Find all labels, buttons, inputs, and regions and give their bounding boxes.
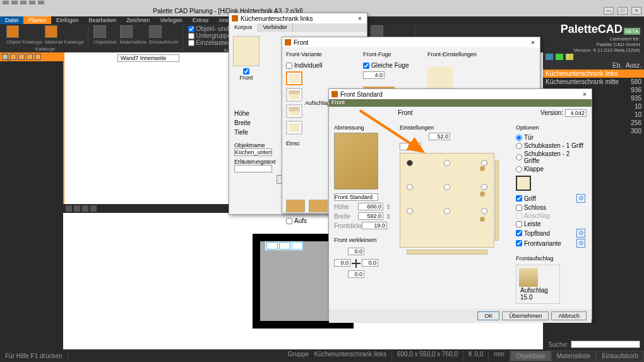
handle-pos-radio[interactable] (481, 184, 487, 190)
objekt-kataloge-icon[interactable] (6, 25, 19, 38)
minimize-button[interactable]: — (604, 7, 614, 15)
front-std-input[interactable] (334, 193, 378, 201)
maximize-button[interactable]: □ (617, 7, 628, 15)
frontdicke-input[interactable] (362, 222, 387, 229)
fv-top-input[interactable] (348, 248, 364, 255)
front-check[interactable] (243, 68, 249, 75)
tab-extras[interactable]: Extras (188, 16, 214, 24)
opt-schloss-check[interactable] (516, 205, 522, 211)
tab-einfuegen[interactable]: Einfügen (51, 16, 84, 24)
arrow-icon[interactable]: ⇕ (386, 213, 391, 220)
view-label-dropdown[interactable]: Wand7 Innenseite (117, 54, 179, 62)
front-thumbnail[interactable] (233, 36, 259, 66)
abbruch-button[interactable]: Abbruch (551, 311, 587, 320)
opt-thumbnail[interactable] (516, 176, 531, 191)
tab-materialliste[interactable]: Materialliste (551, 351, 596, 361)
bottom-thumb[interactable] (309, 200, 328, 212)
opt-tuer-radio[interactable] (516, 135, 522, 141)
breite-input[interactable] (358, 212, 383, 220)
objektliste-icon[interactable] (93, 25, 106, 38)
einzelauswahl-check[interactable] (188, 40, 194, 46)
objektname-input[interactable] (234, 148, 272, 156)
search-input[interactable] (571, 341, 640, 348)
handle-pos-radio[interactable] (481, 160, 487, 166)
variant-option[interactable] (286, 88, 302, 102)
tab-einkaufskorb[interactable]: Einkaufskorb (596, 351, 644, 361)
opt-frontvariante-check[interactable] (516, 240, 522, 246)
gear-icon[interactable]: ⚙ (576, 229, 585, 238)
qa-icon[interactable] (20, 1, 27, 4)
list-item[interactable]: Küchenunterschrank mitte580 (543, 78, 644, 86)
opt-schub2-radio[interactable] (516, 154, 522, 160)
search-icon[interactable]: 🔍 (2, 54, 8, 60)
opt-griff-check[interactable] (516, 195, 522, 202)
dialog-titlebar[interactable]: Front × (282, 37, 540, 47)
tab-verbinder[interactable]: Verbinder (258, 23, 294, 32)
aufs-check[interactable] (286, 218, 292, 224)
setting-input-2[interactable] (400, 143, 421, 150)
materialliste-icon[interactable] (120, 25, 133, 38)
tab-korpus[interactable]: Korpus (229, 23, 258, 32)
bottom-thumb[interactable] (286, 200, 305, 212)
untergruppenauswahl-check[interactable] (188, 33, 194, 39)
fv-left-input[interactable] (334, 259, 350, 267)
handle-pos-radio[interactable] (407, 160, 413, 166)
variant-option[interactable] (286, 121, 302, 135)
setting-input-1[interactable] (429, 133, 450, 140)
erlaeuterung-input[interactable] (234, 165, 272, 172)
panel-icon[interactable] (556, 54, 563, 60)
handle-pos-radio[interactable] (407, 184, 413, 190)
tool-icon[interactable] (18, 54, 25, 60)
tab-objektliste[interactable]: Objektliste (510, 351, 551, 361)
opt-leiste-check[interactable] (516, 221, 522, 227)
variant-option[interactable] (286, 104, 302, 118)
uebernehmen-button[interactable]: Übernehmen (502, 311, 549, 320)
handle-pos-radio[interactable] (481, 208, 487, 214)
frontaufschlag-box[interactable]: Aufschlag 15.0 (516, 265, 560, 304)
tool-icon[interactable] (74, 205, 80, 212)
qa-icon[interactable] (38, 1, 44, 4)
hoehe-input[interactable] (358, 203, 383, 210)
opt-schub1-radio[interactable] (516, 143, 522, 149)
individuell-check[interactable] (286, 63, 292, 69)
close-icon[interactable]: × (355, 15, 364, 22)
panel-icon[interactable] (546, 54, 553, 60)
qa-icon[interactable] (3, 1, 9, 4)
tool-icon[interactable] (27, 54, 33, 60)
fv-right-input[interactable] (362, 259, 378, 267)
handle-pos-radio[interactable] (444, 208, 450, 214)
help-icon[interactable]: ? (566, 54, 573, 60)
tool-icon[interactable] (82, 205, 88, 212)
list-item[interactable]: Küchenunterschrank links (543, 69, 644, 78)
close-icon[interactable]: × (528, 39, 537, 46)
tab-verlegen[interactable]: Verlegen (155, 16, 188, 24)
tool-icon[interactable] (35, 54, 41, 60)
tool-icon[interactable] (90, 205, 97, 212)
tab-planen[interactable]: Planen (23, 16, 51, 24)
fv-bottom-input[interactable] (348, 270, 364, 278)
handle-pos-radio[interactable] (444, 184, 450, 190)
close-button[interactable]: × (631, 7, 641, 15)
tool-icon[interactable] (66, 205, 72, 212)
tool-icon[interactable] (10, 54, 16, 60)
variant-option[interactable] (286, 71, 302, 85)
qa-icon[interactable] (11, 1, 18, 4)
qa-icon[interactable] (29, 1, 35, 4)
ok-button[interactable]: OK (477, 311, 499, 320)
gleiche-fuge-check[interactable] (363, 63, 369, 69)
version-input[interactable] (565, 109, 587, 117)
dialog-titlebar[interactable]: Küchenunterschrank links × (229, 13, 367, 23)
gruppe-definieren-icon[interactable] (371, 25, 383, 38)
handle-pos-radio[interactable] (444, 160, 450, 166)
close-icon[interactable]: × (580, 91, 589, 98)
tab-datei[interactable]: Datei (0, 16, 23, 24)
arrow-icon[interactable]: ⇕ (386, 203, 391, 210)
dialog-titlebar[interactable]: Front Standard × (329, 89, 592, 99)
tab-zeichnen[interactable]: Zeichnen (121, 16, 155, 24)
material-kataloge-icon[interactable] (45, 25, 57, 38)
fuge-input[interactable] (363, 71, 385, 79)
objekt-gruppenauswahl-check[interactable] (188, 26, 194, 32)
gear-icon[interactable]: ⚙ (576, 194, 585, 203)
gear-icon[interactable]: ⚙ (576, 239, 585, 248)
einkaufskorb-icon[interactable] (149, 25, 162, 38)
